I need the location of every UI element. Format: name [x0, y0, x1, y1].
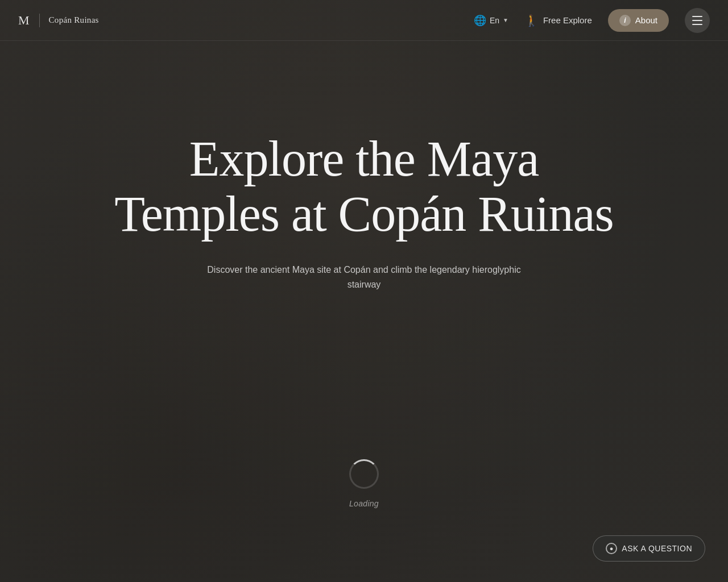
language-selector[interactable]: 🌐 En ▼: [474, 14, 508, 27]
loading-spinner: [349, 459, 379, 489]
menu-line-3: [692, 24, 702, 25]
walk-icon: 🚶: [524, 14, 539, 27]
chat-icon: ●: [606, 543, 617, 554]
navbar: M Copán Ruinas 🌐 En ▼ 🚶 Free Explore i A…: [0, 0, 728, 41]
loading-container: Loading: [349, 459, 379, 508]
hero-description: Discover the ancient Maya site at Copán …: [199, 263, 529, 293]
about-button[interactable]: i About: [608, 9, 669, 32]
nav-right: 🌐 En ▼ 🚶 Free Explore i About: [474, 8, 710, 33]
free-explore-label: Free Explore: [543, 15, 592, 25]
ask-question-button[interactable]: ● ASK A QUESTION: [593, 535, 705, 562]
hero-section: Explore the Maya Temples at Copán Ruinas…: [0, 41, 728, 292]
ask-question-label: ASK A QUESTION: [622, 544, 692, 553]
menu-line-2: [692, 20, 702, 21]
loading-text: Loading: [349, 499, 379, 508]
logo-m: M: [18, 13, 30, 28]
nav-logo-group: M Copán Ruinas: [18, 13, 99, 28]
hamburger-menu-button[interactable]: [685, 8, 710, 33]
about-label: About: [635, 15, 657, 25]
hero-title: Explore the Maya Temples at Copán Ruinas: [108, 132, 620, 242]
translate-icon: 🌐: [474, 14, 486, 27]
nav-divider: [39, 14, 40, 27]
free-explore-button[interactable]: 🚶 Free Explore: [524, 14, 592, 27]
chevron-down-icon: ▼: [503, 17, 508, 23]
info-icon: i: [619, 15, 631, 26]
lang-label: En: [490, 16, 499, 25]
nav-site-name: Copán Ruinas: [49, 15, 99, 25]
menu-line-1: [692, 16, 702, 17]
